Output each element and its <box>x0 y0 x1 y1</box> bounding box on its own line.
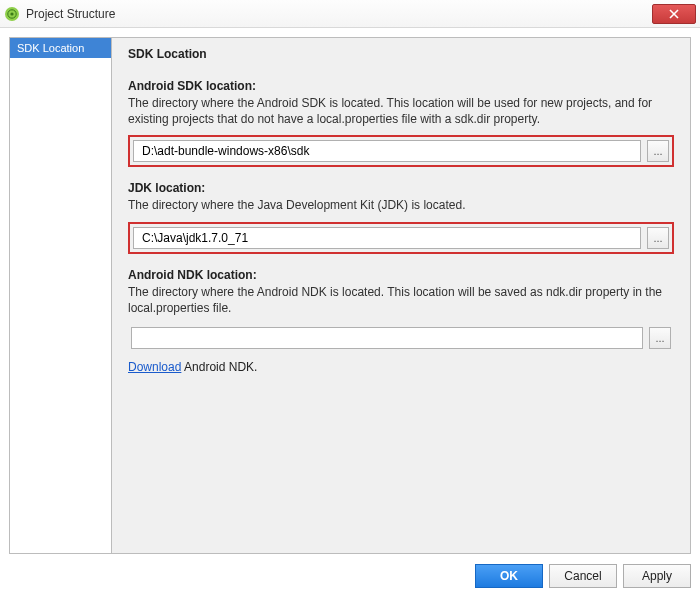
ndk-download-tail: Android NDK. <box>181 360 257 374</box>
jdk-browse-button[interactable]: ... <box>647 227 669 249</box>
button-bar: OK Cancel Apply <box>9 564 691 588</box>
sidebar-item-sdk-location[interactable]: SDK Location <box>10 38 111 58</box>
ndk-download-line: Download Android NDK. <box>128 360 674 374</box>
sdk-field-row: ... <box>128 135 674 167</box>
window-title: Project Structure <box>26 7 652 21</box>
close-icon <box>669 9 679 19</box>
ndk-heading: Android NDK location: <box>128 268 674 282</box>
close-button[interactable] <box>652 4 696 24</box>
main-panel: SDK Location SDK Location Android SDK lo… <box>9 37 691 554</box>
svg-point-2 <box>10 12 13 15</box>
title-bar: Project Structure <box>0 0 700 28</box>
sdk-browse-button[interactable]: ... <box>647 140 669 162</box>
page-title: SDK Location <box>128 47 674 61</box>
sdk-path-input[interactable] <box>133 140 641 162</box>
sdk-section: Android SDK location: The directory wher… <box>128 79 674 167</box>
jdk-section: JDK location: The directory where the Ja… <box>128 181 674 253</box>
jdk-desc: The directory where the Java Development… <box>128 197 674 213</box>
ndk-section: Android NDK location: The directory wher… <box>128 268 674 374</box>
content-area: SDK Location Android SDK location: The d… <box>112 38 690 553</box>
sidebar: SDK Location <box>10 38 112 553</box>
ndk-path-input[interactable] <box>131 327 643 349</box>
jdk-field-row: ... <box>128 222 674 254</box>
sdk-desc: The directory where the Android SDK is l… <box>128 95 674 127</box>
app-icon <box>4 6 20 22</box>
cancel-button[interactable]: Cancel <box>549 564 617 588</box>
jdk-path-input[interactable] <box>133 227 641 249</box>
apply-button[interactable]: Apply <box>623 564 691 588</box>
ok-button[interactable]: OK <box>475 564 543 588</box>
ndk-download-link[interactable]: Download <box>128 360 181 374</box>
ndk-field-row: ... <box>128 324 674 352</box>
ndk-browse-button[interactable]: ... <box>649 327 671 349</box>
jdk-heading: JDK location: <box>128 181 674 195</box>
sdk-heading: Android SDK location: <box>128 79 674 93</box>
ndk-desc: The directory where the Android NDK is l… <box>128 284 674 316</box>
